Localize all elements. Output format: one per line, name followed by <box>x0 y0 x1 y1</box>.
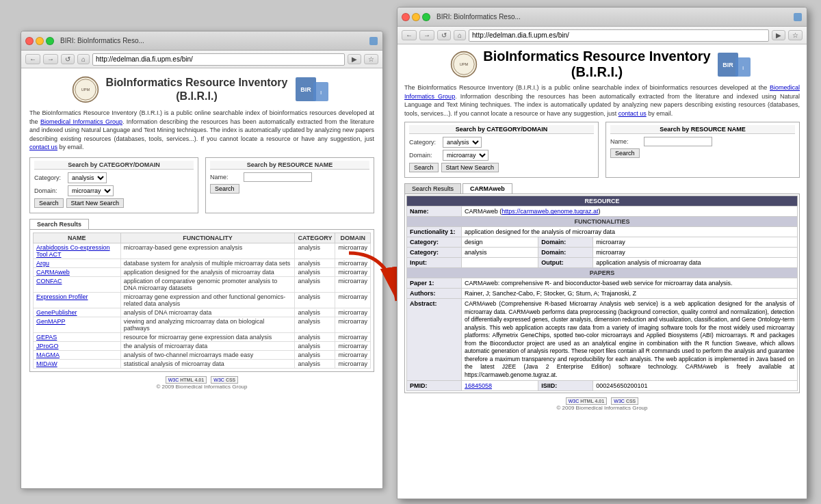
resource-link[interactable]: GenMAPP <box>36 318 66 325</box>
category-select-left[interactable]: analysis <box>68 172 107 183</box>
page-header-right: UPM BioInformatics Resource Inventory (B… <box>404 49 800 80</box>
pmid-value-cell: 16845058 <box>462 381 538 391</box>
cat1-row: Category: design Domain: microarray <box>407 237 798 248</box>
category-label-left: Category: <box>34 174 65 181</box>
start-new-btn-left[interactable]: Start New Search <box>66 198 125 208</box>
bookmark-btn-left[interactable]: ☆ <box>364 54 378 64</box>
go-btn-right[interactable]: ▶ <box>772 30 785 40</box>
forward-btn-right[interactable]: → <box>419 30 434 40</box>
address-bar-right[interactable] <box>469 29 769 42</box>
domain-select-left[interactable]: microarray <box>68 185 114 196</box>
home-btn-left[interactable]: ⌂ <box>77 54 90 64</box>
resource-link[interactable]: CONFAC <box>36 278 62 284</box>
domain-row-left: Domain: microarray <box>34 185 194 196</box>
browser-title-right: BIRI: BioInformatics Reso... <box>436 13 789 21</box>
resource-link[interactable]: GEPAS <box>36 334 57 341</box>
resource-link[interactable]: Expression Profiler <box>36 293 88 300</box>
cell-cat: analysis <box>295 292 335 308</box>
w3c-css-badge-left: W3C CSS <box>211 376 238 384</box>
page-title-right: BioInformatics Resource Inventory (B.I.R… <box>483 49 710 80</box>
cell-name: GEPAS <box>34 332 121 341</box>
isiid-value-cell: 000245650200101 <box>593 381 798 391</box>
titlebar-right: BIRI: BioInformatics Reso... <box>398 8 807 27</box>
cell-dom: microarray <box>335 332 371 341</box>
results-tab-left[interactable]: Search Results <box>29 219 89 229</box>
cell-cat: analysis <box>295 243 335 258</box>
page-title-left: BioInformatics Resource Inventory (B.I.R… <box>106 76 288 102</box>
cell-dom: microarray <box>335 341 371 350</box>
forward-btn-left[interactable]: → <box>43 54 58 64</box>
refresh-btn-left[interactable]: ↺ <box>61 54 75 64</box>
svg-text:I: I <box>742 65 744 71</box>
page-right: UPM BioInformatics Resource Inventory (B… <box>398 44 807 499</box>
pmid-label-cell: PMID: <box>407 381 462 391</box>
func1-row: Functionality 1: application designed fo… <box>407 227 798 237</box>
input-label-cell: Input: <box>407 258 462 268</box>
resource-link[interactable]: Arabidopsis Co-expression Tool ACT <box>36 244 110 258</box>
address-bar-left[interactable] <box>92 53 345 66</box>
name-input-left[interactable] <box>244 172 312 182</box>
bookmark-btn-right[interactable]: ☆ <box>788 30 803 40</box>
cell-name: Arabidopsis Co-expression Tool ACT <box>34 243 121 258</box>
search-results-tab-right[interactable]: Search Results <box>404 183 461 194</box>
category-row-right: Category: analysis <box>409 137 594 148</box>
resource-link[interactable]: Argu <box>36 260 49 267</box>
browser-window-left: BIRI: BioInformatics Reso... ← → ↺ ⌂ ▶ ☆ <box>21 31 383 489</box>
back-btn-right[interactable]: ← <box>402 30 417 40</box>
table-row: CARMAweb application designed for the an… <box>34 267 371 276</box>
resource-header: RESOURCE <box>407 196 798 207</box>
domain-select-right[interactable]: microarray <box>443 150 488 161</box>
results-table-left: NAME FUNCTIONALITY CATEGORY DOMAIN Arabi… <box>33 233 371 369</box>
carmaweb-tab-right[interactable]: CARMAweb <box>462 183 512 194</box>
max-btn-left[interactable] <box>46 37 54 45</box>
biomedical-link-left[interactable]: Biomedical Informatics Group <box>40 118 122 125</box>
pmid-link[interactable]: 16845058 <box>465 382 492 389</box>
search-name-box-left: Search by RESOURCE NAME Name: Search <box>205 157 374 213</box>
back-btn-left[interactable]: ← <box>25 54 40 64</box>
footer-right: W3C HTML 4.01 W3C CSS © 2009 Biomedical … <box>404 397 800 411</box>
results-content-left: NAME FUNCTIONALITY CATEGORY DOMAIN Arabi… <box>29 229 374 372</box>
resource-link[interactable]: CARMAweb <box>36 269 70 276</box>
resource-link[interactable]: GenePublisher <box>36 309 77 316</box>
name-input-right[interactable] <box>644 137 712 146</box>
cat2-row: Category: analysis Domain: microarray <box>407 248 798 258</box>
home-btn-right[interactable]: ⌂ <box>454 30 466 40</box>
toolbar-left: ← → ↺ ⌂ ▶ ☆ <box>21 51 382 68</box>
name-label-cell: Name: <box>407 207 462 217</box>
biomedical-link-right[interactable]: Biomedical Informatics Group <box>404 84 800 100</box>
cell-cat: analysis <box>295 341 335 350</box>
carmaweb-link[interactable]: https://carmaweb.genome.tugraz.at <box>501 208 598 215</box>
close-btn-right[interactable] <box>402 13 410 21</box>
search-btn-cat-left[interactable]: Search <box>34 198 64 208</box>
col-cat-left: CATEGORY <box>295 233 335 243</box>
w3c-html-badge-left: W3C HTML 4.01 <box>166 376 207 384</box>
cell-func: microarray-based gene expression analysi… <box>120 243 295 258</box>
min-btn-right[interactable] <box>412 13 420 21</box>
io-row: Input: Output: application analysis of m… <box>407 258 798 268</box>
min-btn-left[interactable] <box>36 37 44 45</box>
cat1-label-cell: Category: <box>407 237 462 248</box>
go-btn-left[interactable]: ▶ <box>348 54 361 64</box>
cell-func: microarray gene expression and other fun… <box>120 292 295 308</box>
name-row-right: Name: <box>610 137 795 146</box>
start-new-btn-right[interactable]: Start New Search <box>441 163 499 172</box>
cell-func: viewing and analyzing microarray data on… <box>120 317 295 332</box>
category-select-right[interactable]: analysis <box>443 137 482 148</box>
input-value-cell <box>462 258 538 268</box>
contact-link-right[interactable]: contact us <box>618 110 647 117</box>
table-row: MIDAW statistical analysis of microarray… <box>34 359 371 368</box>
search-btn-name-left[interactable]: Search <box>210 184 239 194</box>
footer-left: W3C HTML 4.01 W3C CSS © 2009 Biomedical … <box>29 376 374 390</box>
cell-name: GenMAPP <box>34 317 121 332</box>
resource-link[interactable]: MAGMA <box>36 352 60 358</box>
resource-link[interactable]: MIDAW <box>36 360 57 367</box>
authors-row: Authors: Rainer, J; Sanchez-Cabo, F; Sto… <box>407 289 798 299</box>
search-btn-cat-right[interactable]: Search <box>409 163 439 172</box>
resource-link[interactable]: JProGO <box>36 343 59 349</box>
search-btn-name-right[interactable]: Search <box>610 148 640 158</box>
contact-link-left[interactable]: contact us <box>29 144 57 150</box>
refresh-btn-right[interactable]: ↺ <box>437 30 451 40</box>
toolbar-right: ← → ↺ ⌂ ▶ ☆ <box>398 27 807 44</box>
max-btn-right[interactable] <box>422 13 430 21</box>
close-btn-left[interactable] <box>25 37 34 45</box>
